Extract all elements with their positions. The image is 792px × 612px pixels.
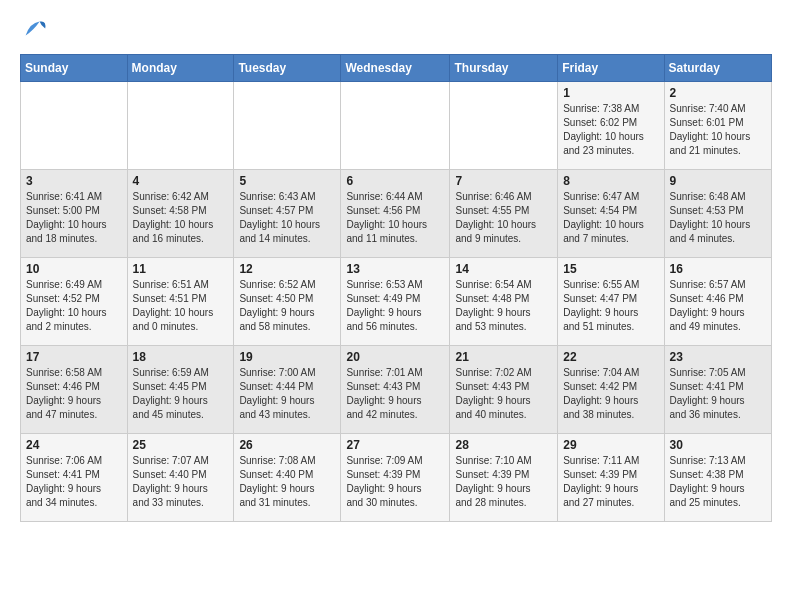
calendar-cell: 2Sunrise: 7:40 AM Sunset: 6:01 PM Daylig… xyxy=(664,82,771,170)
day-number: 25 xyxy=(133,438,229,452)
day-info: Sunrise: 7:38 AM Sunset: 6:02 PM Dayligh… xyxy=(563,102,658,158)
day-number: 13 xyxy=(346,262,444,276)
calendar-cell xyxy=(127,82,234,170)
weekday-header: Thursday xyxy=(450,55,558,82)
day-number: 4 xyxy=(133,174,229,188)
day-number: 28 xyxy=(455,438,552,452)
day-info: Sunrise: 6:47 AM Sunset: 4:54 PM Dayligh… xyxy=(563,190,658,246)
calendar-cell: 20Sunrise: 7:01 AM Sunset: 4:43 PM Dayli… xyxy=(341,346,450,434)
calendar-cell: 4Sunrise: 6:42 AM Sunset: 4:58 PM Daylig… xyxy=(127,170,234,258)
calendar-cell: 7Sunrise: 6:46 AM Sunset: 4:55 PM Daylig… xyxy=(450,170,558,258)
day-info: Sunrise: 7:04 AM Sunset: 4:42 PM Dayligh… xyxy=(563,366,658,422)
calendar-cell: 8Sunrise: 6:47 AM Sunset: 4:54 PM Daylig… xyxy=(558,170,664,258)
calendar-cell: 19Sunrise: 7:00 AM Sunset: 4:44 PM Dayli… xyxy=(234,346,341,434)
day-info: Sunrise: 6:48 AM Sunset: 4:53 PM Dayligh… xyxy=(670,190,766,246)
calendar-cell: 16Sunrise: 6:57 AM Sunset: 4:46 PM Dayli… xyxy=(664,258,771,346)
calendar-cell: 5Sunrise: 6:43 AM Sunset: 4:57 PM Daylig… xyxy=(234,170,341,258)
weekday-header: Tuesday xyxy=(234,55,341,82)
day-info: Sunrise: 6:41 AM Sunset: 5:00 PM Dayligh… xyxy=(26,190,122,246)
calendar-cell: 23Sunrise: 7:05 AM Sunset: 4:41 PM Dayli… xyxy=(664,346,771,434)
day-number: 6 xyxy=(346,174,444,188)
day-info: Sunrise: 7:00 AM Sunset: 4:44 PM Dayligh… xyxy=(239,366,335,422)
day-info: Sunrise: 6:43 AM Sunset: 4:57 PM Dayligh… xyxy=(239,190,335,246)
day-info: Sunrise: 6:58 AM Sunset: 4:46 PM Dayligh… xyxy=(26,366,122,422)
calendar-cell: 29Sunrise: 7:11 AM Sunset: 4:39 PM Dayli… xyxy=(558,434,664,522)
day-info: Sunrise: 7:02 AM Sunset: 4:43 PM Dayligh… xyxy=(455,366,552,422)
day-info: Sunrise: 6:53 AM Sunset: 4:49 PM Dayligh… xyxy=(346,278,444,334)
calendar-cell xyxy=(341,82,450,170)
calendar-cell: 27Sunrise: 7:09 AM Sunset: 4:39 PM Dayli… xyxy=(341,434,450,522)
day-number: 5 xyxy=(239,174,335,188)
calendar-cell: 13Sunrise: 6:53 AM Sunset: 4:49 PM Dayli… xyxy=(341,258,450,346)
day-info: Sunrise: 6:57 AM Sunset: 4:46 PM Dayligh… xyxy=(670,278,766,334)
calendar-cell: 18Sunrise: 6:59 AM Sunset: 4:45 PM Dayli… xyxy=(127,346,234,434)
day-info: Sunrise: 7:09 AM Sunset: 4:39 PM Dayligh… xyxy=(346,454,444,510)
day-number: 24 xyxy=(26,438,122,452)
day-number: 12 xyxy=(239,262,335,276)
day-info: Sunrise: 7:06 AM Sunset: 4:41 PM Dayligh… xyxy=(26,454,122,510)
day-number: 20 xyxy=(346,350,444,364)
day-number: 21 xyxy=(455,350,552,364)
day-number: 23 xyxy=(670,350,766,364)
day-number: 19 xyxy=(239,350,335,364)
header xyxy=(20,16,772,44)
calendar-cell: 17Sunrise: 6:58 AM Sunset: 4:46 PM Dayli… xyxy=(21,346,128,434)
calendar-cell: 22Sunrise: 7:04 AM Sunset: 4:42 PM Dayli… xyxy=(558,346,664,434)
day-number: 26 xyxy=(239,438,335,452)
day-number: 18 xyxy=(133,350,229,364)
day-number: 10 xyxy=(26,262,122,276)
calendar-cell: 9Sunrise: 6:48 AM Sunset: 4:53 PM Daylig… xyxy=(664,170,771,258)
day-info: Sunrise: 7:01 AM Sunset: 4:43 PM Dayligh… xyxy=(346,366,444,422)
day-number: 1 xyxy=(563,86,658,100)
calendar-cell xyxy=(21,82,128,170)
weekday-header: Saturday xyxy=(664,55,771,82)
day-number: 15 xyxy=(563,262,658,276)
weekday-header: Sunday xyxy=(21,55,128,82)
day-number: 22 xyxy=(563,350,658,364)
calendar-cell: 11Sunrise: 6:51 AM Sunset: 4:51 PM Dayli… xyxy=(127,258,234,346)
calendar-cell: 3Sunrise: 6:41 AM Sunset: 5:00 PM Daylig… xyxy=(21,170,128,258)
calendar-cell: 28Sunrise: 7:10 AM Sunset: 4:39 PM Dayli… xyxy=(450,434,558,522)
day-number: 7 xyxy=(455,174,552,188)
day-number: 17 xyxy=(26,350,122,364)
day-info: Sunrise: 7:13 AM Sunset: 4:38 PM Dayligh… xyxy=(670,454,766,510)
day-info: Sunrise: 7:40 AM Sunset: 6:01 PM Dayligh… xyxy=(670,102,766,158)
day-info: Sunrise: 7:07 AM Sunset: 4:40 PM Dayligh… xyxy=(133,454,229,510)
day-number: 3 xyxy=(26,174,122,188)
calendar-cell: 26Sunrise: 7:08 AM Sunset: 4:40 PM Dayli… xyxy=(234,434,341,522)
weekday-header: Wednesday xyxy=(341,55,450,82)
calendar-cell: 1Sunrise: 7:38 AM Sunset: 6:02 PM Daylig… xyxy=(558,82,664,170)
day-info: Sunrise: 7:10 AM Sunset: 4:39 PM Dayligh… xyxy=(455,454,552,510)
calendar-cell: 30Sunrise: 7:13 AM Sunset: 4:38 PM Dayli… xyxy=(664,434,771,522)
day-number: 9 xyxy=(670,174,766,188)
day-info: Sunrise: 6:46 AM Sunset: 4:55 PM Dayligh… xyxy=(455,190,552,246)
calendar-cell: 10Sunrise: 6:49 AM Sunset: 4:52 PM Dayli… xyxy=(21,258,128,346)
day-info: Sunrise: 7:08 AM Sunset: 4:40 PM Dayligh… xyxy=(239,454,335,510)
logo xyxy=(20,16,52,44)
weekday-header: Friday xyxy=(558,55,664,82)
day-info: Sunrise: 6:54 AM Sunset: 4:48 PM Dayligh… xyxy=(455,278,552,334)
day-info: Sunrise: 6:49 AM Sunset: 4:52 PM Dayligh… xyxy=(26,278,122,334)
day-info: Sunrise: 6:52 AM Sunset: 4:50 PM Dayligh… xyxy=(239,278,335,334)
calendar-cell: 21Sunrise: 7:02 AM Sunset: 4:43 PM Dayli… xyxy=(450,346,558,434)
day-info: Sunrise: 6:44 AM Sunset: 4:56 PM Dayligh… xyxy=(346,190,444,246)
logo-icon xyxy=(20,16,48,44)
day-info: Sunrise: 6:51 AM Sunset: 4:51 PM Dayligh… xyxy=(133,278,229,334)
calendar-header: SundayMondayTuesdayWednesdayThursdayFrid… xyxy=(21,55,772,82)
calendar-cell: 12Sunrise: 6:52 AM Sunset: 4:50 PM Dayli… xyxy=(234,258,341,346)
calendar-cell: 6Sunrise: 6:44 AM Sunset: 4:56 PM Daylig… xyxy=(341,170,450,258)
day-number: 14 xyxy=(455,262,552,276)
day-number: 16 xyxy=(670,262,766,276)
day-info: Sunrise: 7:05 AM Sunset: 4:41 PM Dayligh… xyxy=(670,366,766,422)
day-number: 2 xyxy=(670,86,766,100)
day-info: Sunrise: 6:42 AM Sunset: 4:58 PM Dayligh… xyxy=(133,190,229,246)
day-info: Sunrise: 6:55 AM Sunset: 4:47 PM Dayligh… xyxy=(563,278,658,334)
calendar-cell xyxy=(450,82,558,170)
day-info: Sunrise: 7:11 AM Sunset: 4:39 PM Dayligh… xyxy=(563,454,658,510)
day-number: 27 xyxy=(346,438,444,452)
calendar-cell: 15Sunrise: 6:55 AM Sunset: 4:47 PM Dayli… xyxy=(558,258,664,346)
day-info: Sunrise: 6:59 AM Sunset: 4:45 PM Dayligh… xyxy=(133,366,229,422)
weekday-header: Monday xyxy=(127,55,234,82)
calendar-cell: 25Sunrise: 7:07 AM Sunset: 4:40 PM Dayli… xyxy=(127,434,234,522)
calendar-cell xyxy=(234,82,341,170)
